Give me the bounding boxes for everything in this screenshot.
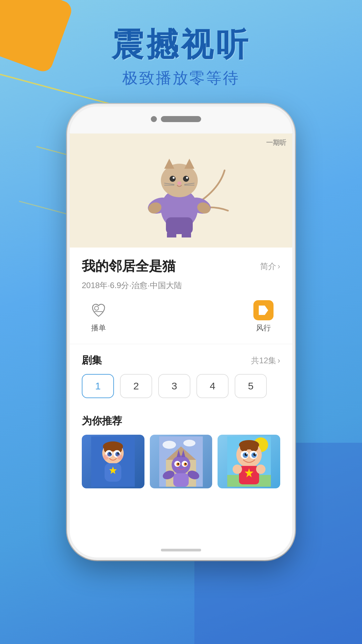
svg-point-64 (240, 443, 248, 451)
svg-point-36 (111, 452, 112, 453)
intro-label: 简介 (260, 261, 276, 272)
episodes-title: 剧集 (82, 354, 102, 367)
svg-point-44 (183, 440, 195, 446)
svg-point-43 (163, 441, 176, 449)
action-row: 播单 风行 (82, 300, 280, 333)
episode-btn-4[interactable]: 4 (196, 374, 229, 398)
chevron-episodes-icon: › (278, 356, 280, 365)
meta-info: 2018年·6.9分·治愈·中国大陆 (82, 280, 280, 291)
thumb-content-2 (150, 435, 213, 488)
sub-title: 极致播放零等待 (0, 68, 362, 89)
phone-home-indicator (161, 549, 201, 551)
playlist-button[interactable]: 播单 (88, 300, 109, 333)
svg-point-47 (172, 455, 190, 474)
episode-btn-1[interactable]: 1 (82, 374, 114, 398)
svg-point-14 (186, 177, 188, 179)
episode-btn-2[interactable]: 2 (120, 374, 152, 398)
chevron-right-icon: › (278, 262, 280, 271)
svg-point-65 (250, 443, 258, 451)
svg-rect-56 (173, 473, 189, 487)
cartoon-monster-svg (159, 436, 203, 487)
recommend-list (82, 435, 280, 488)
episodes-section: 剧集 共12集 › 1 2 3 4 5 (82, 354, 280, 398)
svg-point-73 (255, 453, 256, 454)
episode-btn-3[interactable]: 3 (158, 374, 190, 398)
cartoon-cat-svg (131, 144, 231, 237)
svg-rect-4 (167, 230, 176, 237)
svg-point-13 (173, 177, 175, 179)
content-area: 我的邻居全是猫 简介 › 2018年·6.9分·治愈·中国大陆 (70, 248, 292, 414)
cartoon-baby-svg (227, 436, 271, 487)
svg-point-38 (103, 454, 109, 460)
svg-point-53 (185, 463, 187, 465)
svg-rect-5 (182, 230, 191, 237)
intro-link[interactable]: 简介 › (260, 261, 280, 272)
main-title: 震撼视听 (0, 27, 362, 62)
show-title: 我的邻居全是猫 (82, 257, 176, 275)
divider (70, 344, 292, 344)
svg-point-11 (170, 176, 176, 182)
fengxing-label: 风行 (256, 323, 271, 333)
svg-marker-24 (259, 306, 268, 315)
episode-list: 1 2 3 4 5 (82, 374, 280, 398)
recommend-item-2[interactable] (150, 435, 213, 488)
video-watermark: 一期听 (266, 138, 286, 147)
svg-marker-10 (184, 159, 194, 169)
fengxing-icon (253, 300, 274, 320)
recommend-title: 为你推荐 (82, 414, 280, 428)
title-row: 我的邻居全是猫 简介 › (82, 257, 280, 275)
episode-btn-5[interactable]: 5 (235, 374, 267, 398)
phone-content: 一期听 我的邻居全是猫 简介 › 2018年·6.9分·治愈·中国大陆 (70, 133, 292, 544)
svg-rect-40 (105, 463, 121, 482)
recommendations-section: 为你推荐 (70, 414, 292, 488)
video-player[interactable]: 一期听 (70, 133, 292, 248)
phone-outer: 一期听 我的邻居全是猫 简介 › 2018年·6.9分·治愈·中国大陆 (67, 104, 295, 560)
phone-mockup: 一期听 我的邻居全是猫 简介 › 2018年·6.9分·治愈·中国大陆 (67, 104, 295, 560)
playlist-label: 播单 (91, 323, 106, 333)
episodes-total-label: 共12集 (251, 355, 276, 366)
phone-speaker (161, 116, 201, 122)
svg-point-76 (233, 465, 242, 474)
thumb-content-1 (82, 435, 144, 488)
phone-top-bar (70, 107, 292, 133)
svg-point-77 (256, 465, 265, 474)
episodes-header: 剧集 共12集 › (82, 354, 280, 367)
video-thumbnail: 一期听 (70, 133, 292, 248)
episodes-total[interactable]: 共12集 › (251, 355, 280, 366)
svg-point-72 (246, 453, 247, 454)
fengxing-button[interactable]: 风行 (253, 300, 274, 333)
svg-point-37 (119, 452, 120, 453)
cartoon-boy-svg (91, 436, 135, 487)
svg-point-52 (178, 463, 179, 465)
svg-point-39 (117, 454, 123, 460)
svg-point-12 (183, 176, 189, 182)
recommend-item-3[interactable] (218, 435, 280, 488)
phone-camera (151, 116, 157, 122)
phone-inner: 一期听 我的邻居全是猫 简介 › 2018年·6.9分·治愈·中国大陆 (70, 107, 292, 557)
heart-playlist-icon (88, 300, 109, 320)
svg-point-22 (95, 306, 99, 310)
svg-point-15 (177, 181, 181, 185)
thumb-content-3 (218, 435, 280, 488)
header-area: 震撼视听 极致播放零等待 (0, 27, 362, 89)
svg-marker-9 (164, 159, 174, 169)
recommend-item-1[interactable] (82, 435, 144, 488)
